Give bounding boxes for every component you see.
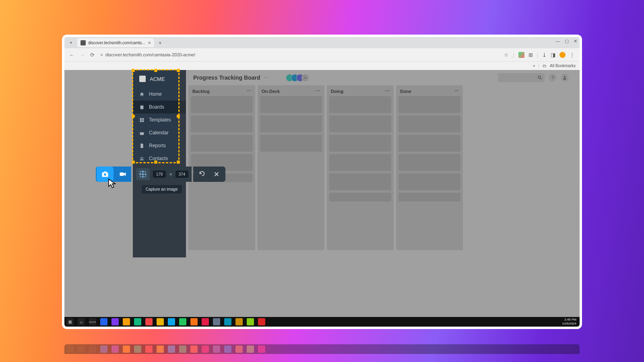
taskbar-app-icon[interactable]: [145, 318, 153, 325]
taskbar-app-icon[interactable]: [157, 318, 164, 325]
forward-button[interactable]: →: [80, 52, 85, 58]
calendar-icon: [139, 130, 144, 136]
svg-point-13: [104, 173, 106, 176]
sidebar-item-label: Templates: [149, 117, 171, 123]
taskbar-app-icon[interactable]: [202, 318, 209, 325]
taskbar-app-icon[interactable]: [168, 318, 175, 325]
sidebar-item-templates[interactable]: Templates: [133, 113, 186, 126]
reflection: [64, 338, 580, 354]
people-icon: [139, 156, 144, 161]
video-icon: [119, 170, 127, 178]
dimension-separator: ✕: [169, 172, 172, 177]
folder-icon: 🗀: [543, 64, 547, 68]
sidebar-item-home[interactable]: Home: [133, 88, 186, 101]
sidebar-item-label: Calendar: [149, 130, 169, 136]
tab-list-dropdown[interactable]: ▾: [68, 39, 74, 46]
windows-taskbar[interactable]: ⊞ ⌕ ▭▭ 2:45 PM 1/25/2024: [64, 317, 580, 327]
system-tray-clock[interactable]: 2:45 PM 1/25/2024: [562, 318, 576, 326]
svg-rect-3: [142, 118, 144, 119]
star-icon[interactable]: ☆: [504, 52, 509, 58]
tooltip: Capture an image: [142, 185, 182, 193]
taskbar-app-icon[interactable]: [258, 318, 265, 325]
url-field[interactable]: ≡ discover.techsmith.com/camtasia-2020-a…: [101, 52, 499, 57]
brand-logo: [139, 76, 146, 82]
taskbar-app-icon[interactable]: [179, 318, 186, 325]
task-view-button[interactable]: ▭▭: [89, 318, 96, 325]
svg-rect-7: [140, 131, 144, 132]
sidebar-item-calendar[interactable]: Calendar: [133, 126, 186, 139]
start-button[interactable]: ⊞: [66, 318, 74, 325]
maximize-icon[interactable]: ▢: [565, 39, 569, 44]
taskbar-app-icon[interactable]: [213, 318, 220, 325]
crosshair-icon: [139, 171, 147, 178]
new-tab-button[interactable]: +: [157, 39, 164, 46]
document-icon: [139, 143, 144, 148]
svg-point-8: [140, 157, 142, 158]
svg-point-9: [142, 157, 143, 158]
browser-tab[interactable]: discover.techsmith.com/camts... ✕: [77, 38, 154, 47]
taskbar-app-icon[interactable]: [247, 318, 254, 325]
cancel-button[interactable]: [211, 167, 222, 182]
taskbar-app-icon[interactable]: [100, 318, 107, 325]
sidebar-item-label: Home: [149, 91, 162, 97]
undo-icon: [199, 171, 205, 177]
width-input[interactable]: 179: [153, 171, 166, 178]
sidebar-item-label: Contacts: [149, 156, 168, 161]
region-select-button[interactable]: [136, 168, 150, 180]
capture-image-button[interactable]: [97, 167, 114, 182]
taskbar-app-icon[interactable]: [235, 318, 243, 325]
svg-rect-0: [140, 105, 144, 109]
sidebar-item-reports[interactable]: Reports: [133, 139, 186, 152]
tab-strip: ▾ discover.techsmith.com/camts... ✕ + — …: [64, 37, 580, 48]
promo-frame: ▾ discover.techsmith.com/camts... ✕ + — …: [62, 35, 582, 329]
clock-date: 1/25/2024: [562, 322, 576, 326]
svg-rect-2: [140, 118, 142, 119]
template-icon: [139, 117, 144, 123]
svg-rect-14: [120, 173, 124, 176]
tab-favicon: [80, 40, 86, 45]
profile-avatar[interactable]: [559, 52, 566, 58]
back-button[interactable]: ←: [69, 52, 75, 58]
sidebar-item-label: Boards: [149, 104, 164, 110]
undo-button[interactable]: [196, 167, 208, 182]
clipboard-icon: [139, 105, 144, 110]
taskbar-app-icon[interactable]: [111, 318, 119, 325]
close-window-icon[interactable]: ✕: [574, 39, 577, 44]
page-content: ACME Home Boards Templates: [64, 70, 580, 317]
brand-name: ACME: [150, 76, 165, 82]
browser-window: ▾ discover.techsmith.com/camts... ✕ + — …: [64, 37, 580, 327]
capture-video-button[interactable]: [114, 167, 131, 182]
menu-icon[interactable]: ⋮: [570, 52, 575, 58]
brand[interactable]: ACME: [133, 70, 186, 88]
search-button[interactable]: ⌕: [78, 318, 85, 325]
svg-rect-4: [140, 120, 142, 122]
sidepanel-icon[interactable]: ◨: [551, 52, 555, 58]
address-bar: ← → ⟳ ≡ discover.techsmith.com/camtasia-…: [64, 48, 580, 61]
extension-icon[interactable]: [518, 52, 524, 58]
tab-title: discover.techsmith.com/camts...: [88, 41, 145, 45]
reload-button[interactable]: ⟳: [90, 52, 96, 58]
home-icon: [139, 92, 144, 97]
close-icon: [214, 171, 219, 177]
extensions-icon[interactable]: ⊞: [528, 52, 533, 58]
svg-rect-5: [142, 120, 144, 122]
camera-icon: [101, 170, 109, 178]
minimize-icon[interactable]: —: [555, 39, 560, 44]
clock-time: 2:45 PM: [562, 318, 576, 322]
close-icon[interactable]: ✕: [148, 41, 151, 45]
taskbar-app-icon[interactable]: [134, 318, 141, 325]
bookmarks-overflow-icon[interactable]: »: [533, 64, 535, 68]
taskbar-app-icon[interactable]: [190, 318, 198, 325]
sidebar-item-boards[interactable]: Boards: [133, 101, 186, 113]
sidebar-item-label: Reports: [149, 143, 166, 148]
height-input[interactable]: 374: [175, 171, 188, 178]
svg-rect-1: [141, 105, 142, 105]
url-text: discover.techsmith.com/camtasia-2020-acm…: [105, 52, 195, 57]
all-bookmarks-link[interactable]: All Bookmarks: [550, 64, 576, 68]
taskbar-app-icon[interactable]: [123, 318, 130, 325]
bookmarks-bar: » | 🗀 All Bookmarks: [64, 61, 580, 70]
taskbar-app-icon[interactable]: [224, 318, 231, 325]
capture-toolbar: 179 ✕ 374: [96, 167, 225, 182]
downloads-icon[interactable]: ⤓: [542, 52, 547, 58]
